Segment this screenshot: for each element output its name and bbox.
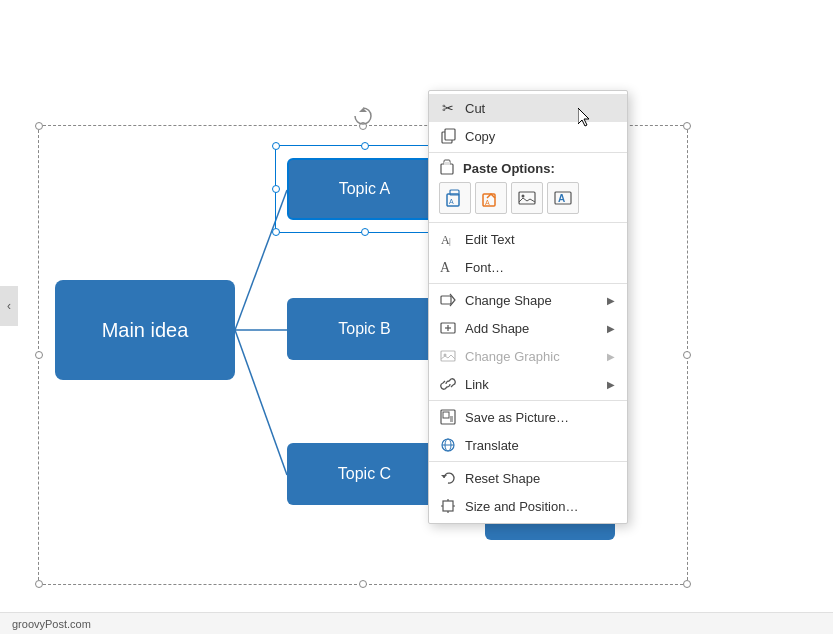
add-shape-arrow: ▶: [607, 323, 615, 334]
svg-rect-48: [443, 501, 453, 511]
handle-bc[interactable]: [361, 228, 369, 236]
svg-rect-40: [443, 412, 449, 418]
svg-point-27: [522, 195, 525, 198]
save-as-picture-icon: [439, 408, 457, 426]
outer-handle-ml[interactable]: [35, 351, 43, 359]
change-graphic-menu-item: Change Graphic ▶: [429, 342, 627, 370]
reset-shape-menu-item[interactable]: Reset Shape: [429, 464, 627, 492]
add-shape-label: Add Shape: [465, 321, 599, 336]
paste-option-3[interactable]: [511, 182, 543, 214]
cut-label: Cut: [465, 101, 615, 116]
topic-a-shape[interactable]: Topic A: [287, 158, 442, 220]
change-shape-label: Change Shape: [465, 293, 599, 308]
font-label: Font…: [465, 260, 615, 275]
scroll-left-button[interactable]: ‹: [0, 286, 18, 326]
svg-line-14: [235, 330, 287, 475]
font-icon: A: [439, 258, 457, 276]
handle-tl[interactable]: [272, 142, 280, 150]
change-graphic-icon: [439, 347, 457, 365]
copy-icon: [439, 127, 457, 145]
paste-icon-group: A A: [439, 182, 617, 214]
outer-handle-mr[interactable]: [683, 351, 691, 359]
save-as-picture-menu-item[interactable]: Save as Picture…: [429, 403, 627, 431]
change-shape-menu-item[interactable]: Change Shape ▶: [429, 286, 627, 314]
svg-text:A: A: [440, 260, 451, 275]
separator-5: [429, 461, 627, 462]
canvas: Main idea Topic A Topic B Topic C: [0, 0, 833, 612]
translate-icon: [439, 436, 457, 454]
add-shape-menu-item[interactable]: Add Shape ▶: [429, 314, 627, 342]
statusbar: groovyPost.com: [0, 612, 833, 634]
change-graphic-arrow: ▶: [607, 351, 615, 362]
statusbar-text: groovyPost.com: [12, 618, 91, 630]
rotate-handle[interactable]: [353, 106, 373, 131]
paste-icon: [439, 159, 455, 178]
svg-rect-17: [445, 129, 455, 140]
edit-text-icon: A |: [439, 230, 457, 248]
main-idea-label: Main idea: [102, 319, 189, 342]
paste-options-section: Paste Options: A A: [429, 155, 627, 220]
copy-label: Copy: [465, 129, 615, 144]
paste-text: Paste Options:: [463, 161, 555, 176]
link-menu-item[interactable]: Link ▶: [429, 370, 627, 398]
topic-b-shape[interactable]: Topic B: [287, 298, 442, 360]
size-position-icon: [439, 497, 457, 515]
separator-2: [429, 222, 627, 223]
paste-option-4[interactable]: A: [547, 182, 579, 214]
copy-menu-item[interactable]: Copy: [429, 122, 627, 150]
outer-handle-br[interactable]: [683, 580, 691, 588]
save-as-picture-label: Save as Picture…: [465, 410, 615, 425]
svg-text:A: A: [449, 198, 454, 205]
outer-handle-bl[interactable]: [35, 580, 43, 588]
separator-1: [429, 152, 627, 153]
context-menu: ✂ Cut Copy: [428, 90, 628, 524]
translate-menu-item[interactable]: Translate: [429, 431, 627, 459]
edit-text-label: Edit Text: [465, 232, 615, 247]
edit-text-menu-item[interactable]: A | Edit Text: [429, 225, 627, 253]
size-position-menu-item[interactable]: Size and Position…: [429, 492, 627, 520]
svg-rect-18: [441, 164, 453, 174]
cut-menu-item[interactable]: ✂ Cut: [429, 94, 627, 122]
svg-text:A: A: [558, 193, 565, 204]
handle-bl[interactable]: [272, 228, 280, 236]
svg-rect-26: [519, 192, 535, 204]
topic-a-label: Topic A: [339, 180, 391, 198]
svg-line-12: [235, 190, 287, 330]
topic-b-label: Topic B: [338, 320, 390, 338]
link-icon: [439, 375, 457, 393]
topic-c-shape[interactable]: Topic C: [287, 443, 442, 505]
paste-option-2[interactable]: A: [475, 182, 507, 214]
topic-c-label: Topic C: [338, 465, 391, 483]
outer-handle-tr[interactable]: [683, 122, 691, 130]
svg-rect-37: [441, 351, 455, 361]
svg-text:|: |: [449, 236, 451, 246]
svg-rect-33: [441, 296, 451, 304]
reset-shape-label: Reset Shape: [465, 471, 615, 486]
size-position-label: Size and Position…: [465, 499, 615, 514]
paste-option-1[interactable]: A: [439, 182, 471, 214]
font-menu-item[interactable]: A Font…: [429, 253, 627, 281]
translate-label: Translate: [465, 438, 615, 453]
change-graphic-label: Change Graphic: [465, 349, 599, 364]
outer-handle-tl[interactable]: [35, 122, 43, 130]
svg-marker-47: [441, 475, 447, 478]
separator-4: [429, 400, 627, 401]
svg-rect-20: [444, 162, 450, 165]
handle-tc[interactable]: [361, 142, 369, 150]
paste-options-label: Paste Options:: [439, 159, 617, 178]
link-arrow: ▶: [607, 379, 615, 390]
change-shape-arrow: ▶: [607, 295, 615, 306]
separator-3: [429, 283, 627, 284]
cut-icon: ✂: [439, 99, 457, 117]
change-shape-icon: [439, 291, 457, 309]
add-shape-icon: [439, 319, 457, 337]
svg-text:A: A: [485, 199, 490, 206]
outer-handle-bc[interactable]: [359, 580, 367, 588]
main-idea-shape[interactable]: Main idea: [55, 280, 235, 380]
reset-shape-icon: [439, 469, 457, 487]
handle-ml[interactable]: [272, 185, 280, 193]
link-label: Link: [465, 377, 599, 392]
